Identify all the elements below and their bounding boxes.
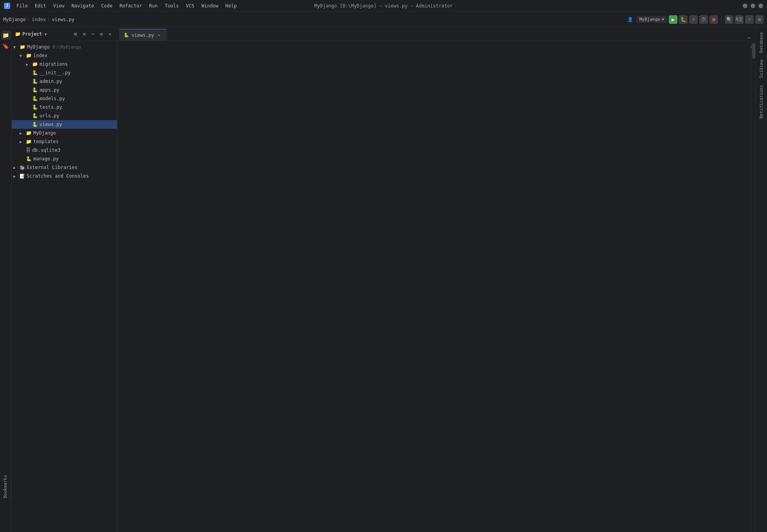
menu-navigate[interactable]: Navigate [68,2,97,9]
menu-vcs[interactable]: VCS [183,2,198,9]
breadcrumb-file[interactable]: views.py [52,17,74,22]
menu-edit[interactable]: Edit [32,2,49,9]
run-config-selector[interactable]: MyDjango ▼ [636,16,667,23]
translate-button[interactable]: A文 [735,15,744,24]
tab-more-button[interactable]: ⋯ [748,35,751,41]
scratches-icon: 📝 [20,174,25,179]
right-panel-database[interactable]: Database [757,29,765,56]
init-label: __init__.py [40,70,70,75]
views-label: views.py [40,122,62,127]
right-panel-sciview[interactable]: SciView [757,57,765,81]
models-file-icon: 🐍 [32,96,38,101]
templates-arrow: ▶ [20,140,24,144]
breadcrumb: MyDjango › index › views.py [3,17,74,22]
tree-icon3[interactable]: ⋯ [89,30,97,38]
menu-view[interactable]: View [50,2,68,9]
tree-icon2[interactable]: ≡ [80,30,88,38]
tree-root[interactable]: ▼ 📁 MyDjango D:\MyDjango [12,43,117,51]
tree-item-index[interactable]: ▼ 📁 index [12,51,117,60]
tree-item-init[interactable]: 🐍 __init__.py [12,68,117,77]
tree-item-ext-libs[interactable]: ▶ 📚 External Libraries [12,163,117,172]
root-path: D:\MyDjango [53,45,81,50]
db-file-icon: 🗄 [26,147,31,153]
urls-label: urls.py [40,113,59,119]
code-content[interactable] [137,41,751,532]
menu-refactor[interactable]: Refactor [116,2,145,9]
coverage-button[interactable]: ⚡ [689,15,698,24]
breadcrumb-sep1: › [27,17,30,22]
menu-help[interactable]: Help [222,2,240,9]
init-file-icon: 🐍 [32,70,38,75]
tree-item-models[interactable]: 🐍 models.py [12,94,117,103]
run-config-arrow: ▼ [662,17,664,22]
menu-file[interactable]: File [13,2,31,9]
mydjango2-arrow: ▶ [20,131,24,135]
editor-scrollbar[interactable]: ✓ [751,41,755,532]
window-title: MyDjango [D:\MyDjango] - views.py - Admi… [314,3,453,9]
line-numbers [117,41,137,532]
menu-bar: File Edit View Navigate Code Refactor Ru… [13,2,240,9]
tree-item-manage[interactable]: 🐍 manage.py [12,155,117,163]
editor-tab-views[interactable]: 🐍 views.py ✕ [119,29,167,41]
views-file-icon: 🐍 [32,122,38,127]
tree-item-mydjango2[interactable]: ▶ 📁 MyDjango [12,129,117,137]
editor-tabs: 🐍 views.py ✕ ⋯ [117,27,755,41]
apps-label: apps.py [40,87,59,93]
tree-settings-icon[interactable]: ⚙ [97,30,105,38]
tree-item-tests[interactable]: 🐍 tests.py [12,103,117,111]
toolbar-divider [721,16,722,23]
tree-item-views[interactable]: 🐍 views.py [12,120,117,129]
scroll-thumb[interactable] [752,43,755,59]
tab-label: views.py [131,32,154,38]
run-controls: 👤 MyDjango ▼ ▶ 🐛 ⚡ ⏱ ■ 🔍 A文 ⑂ ⚙ [627,15,764,24]
tab-close-button[interactable]: ✕ [157,32,162,38]
search-button[interactable]: 🔍 [725,15,733,24]
menu-code[interactable]: Code [98,2,116,9]
run-button[interactable]: ▶ [669,15,677,24]
maximize-button[interactable] [751,4,755,8]
profile-button[interactable]: ⏱ [699,15,708,24]
minimize-button[interactable] [743,4,747,8]
run-config-label: 👤 [627,17,633,22]
root-folder-icon: 📁 [20,44,25,50]
bookmarks-panel-icon[interactable]: 🔖 [1,41,11,51]
mydjango2-folder-icon: 📁 [26,130,32,136]
breadcrumb-project[interactable]: MyDjango [3,17,26,22]
settings-button[interactable]: ⚙ [755,15,764,24]
breadcrumb-index[interactable]: index [32,17,46,22]
title-bar: J File Edit View Navigate Code Refactor … [0,0,767,12]
project-panel-icon[interactable]: 📁 [1,31,11,40]
close-button[interactable] [758,4,763,8]
tree-item-admin[interactable]: 🐍 admin.py [12,77,117,86]
git-button[interactable]: ⑂ [745,15,754,24]
project-dropdown[interactable]: ▼ [45,32,47,36]
admin-label: admin.py [40,79,62,84]
tree-icon1[interactable]: ⊞ [72,30,79,38]
app-icon: J [4,3,10,9]
tree-item-db[interactable]: 🗄 db.sqlite3 [12,146,117,155]
debug-button[interactable]: 🐛 [679,15,688,24]
title-bar-right [743,4,763,8]
tree-item-templates[interactable]: ▶ 📁 templates [12,137,117,146]
tree-item-migrations[interactable]: ▶ 📁 migrations [12,60,117,68]
menu-window[interactable]: Window [198,2,221,9]
tree-item-urls[interactable]: 🐍 urls.py [12,111,117,120]
bookmarks-side-panel[interactable]: Bookmarks [0,473,11,501]
tab-icon: 🐍 [124,32,129,38]
index-arrow: ▼ [20,54,24,58]
project-label: Project [22,31,42,37]
code-editor: ✓ [117,41,755,532]
tree-item-scratches[interactable]: ▶ 📝 Scratches and Consoles [12,172,117,180]
ext-libs-icon: 📚 [20,165,25,170]
tree-close-icon[interactable]: ✕ [106,30,114,38]
menu-tools[interactable]: Tools [162,2,182,9]
project-tree: 📁 Project ▼ ⊞ ≡ ⋯ ⚙ ✕ ▼ 📁 MyDjango D:\My… [12,27,117,532]
ext-libs-arrow: ▶ [13,165,18,170]
urls-file-icon: 🐍 [32,113,38,119]
tree-item-apps[interactable]: 🐍 apps.py [12,86,117,94]
right-panel-notifications[interactable]: Notifications [757,82,765,122]
ext-libs-label: External Libraries [27,165,77,170]
run-config-name: MyDjango [639,17,660,22]
menu-run[interactable]: Run [146,2,161,9]
stop-button[interactable]: ■ [709,15,718,24]
